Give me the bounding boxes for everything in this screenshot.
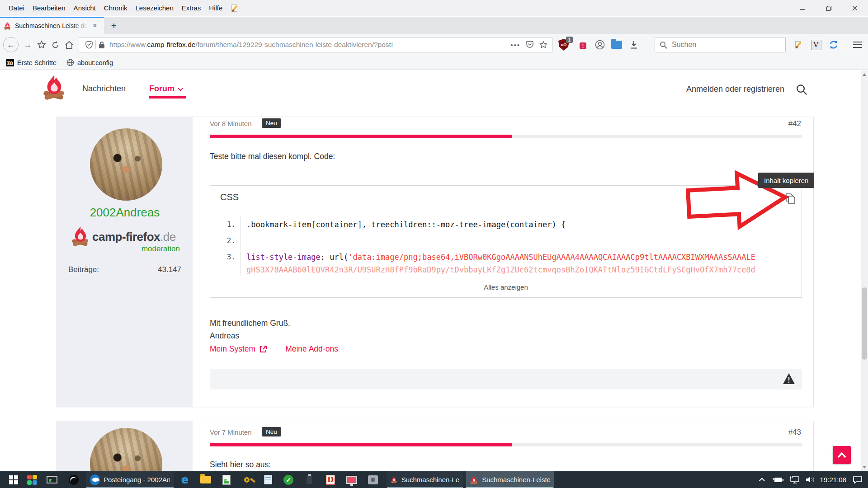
page-actions-icon[interactable]: ••• xyxy=(510,41,520,49)
sidebar-folder-button[interactable] xyxy=(609,34,624,56)
red-monitor-icon xyxy=(346,476,357,484)
menu-bearbeiten[interactable]: Bearbeiten xyxy=(28,2,70,14)
action-center-icon[interactable] xyxy=(853,476,863,484)
speaker-icon[interactable] xyxy=(806,476,816,483)
taskbar-window-firefox-1[interactable]: Suchmaschinen-Leiste... xyxy=(387,471,463,488)
post-number-link[interactable]: #43 xyxy=(788,428,801,437)
sync-extension-button[interactable] xyxy=(826,34,841,56)
bookmark-erste-schritte[interactable]: m Erste Schritte xyxy=(6,59,57,66)
taskbar-app-colorgrid[interactable] xyxy=(25,471,39,488)
chevron-down-icon xyxy=(178,86,183,91)
mein-system-link[interactable]: Mein System xyxy=(210,344,255,354)
v-extension-button[interactable]: V xyxy=(809,34,823,56)
close-button[interactable] xyxy=(842,0,868,16)
search-bar[interactable] xyxy=(655,37,786,52)
tray-expand-icon[interactable] xyxy=(759,478,765,483)
tab-title: Suchmaschinen-Leiste deak xyxy=(15,22,88,29)
bookmark-about-config[interactable]: about:config xyxy=(66,59,113,66)
post-number-link[interactable]: #42 xyxy=(788,119,801,128)
back-button[interactable]: ← xyxy=(2,34,20,56)
taskbar-window-thunderbird[interactable]: Posteingang - 2002An... xyxy=(86,471,174,488)
color-grid-icon xyxy=(27,475,37,485)
nav-forum[interactable]: Forum xyxy=(149,84,181,94)
battery-icon[interactable] xyxy=(772,477,784,483)
url-input[interactable]: https://www.camp-firefox.de/forum/thema/… xyxy=(109,38,506,52)
menu-datei[interactable]: Datei xyxy=(5,2,28,14)
scroll-down-icon[interactable] xyxy=(863,466,866,469)
taskbar-app-antivirus[interactable]: ✓ xyxy=(282,471,295,488)
taskbar-app-darkcircle[interactable] xyxy=(67,471,80,488)
show-all-button[interactable]: Alles anzeigen xyxy=(210,283,802,291)
menu-extras[interactable]: Extras xyxy=(178,2,205,14)
bookmark-star-icon xyxy=(37,40,46,49)
network-icon[interactable] xyxy=(789,476,800,484)
report-post-button[interactable] xyxy=(782,372,796,386)
menu-hilfe[interactable]: Hilfe xyxy=(205,2,226,14)
notes-pencil-icon xyxy=(795,41,803,49)
avatar[interactable] xyxy=(90,428,162,471)
firefox-old-icon xyxy=(391,475,398,484)
scrollbar-thumb[interactable] xyxy=(862,287,867,360)
post-timestamp[interactable]: Vor 7 Minuten xyxy=(210,428,252,436)
close-icon xyxy=(852,5,858,11)
taskbar-app-keepass[interactable] xyxy=(240,471,254,488)
tab-active[interactable]: Suchmaschinen-Leiste deak × xyxy=(0,17,104,34)
taskbar-app-docchart[interactable] xyxy=(220,471,233,488)
thunderbird-icon xyxy=(90,474,100,485)
campfirefox-logo[interactable] xyxy=(42,73,67,100)
meine-addons-link[interactable]: Meine Add-ons xyxy=(285,344,338,354)
url-bar[interactable]: https://www.camp-firefox.de/forum/thema/… xyxy=(79,37,552,52)
lock-icon xyxy=(99,41,105,49)
taskbar-app-explorer[interactable] xyxy=(199,471,212,488)
app-menu-button[interactable] xyxy=(851,34,864,56)
tab-close-icon[interactable]: × xyxy=(90,21,100,31)
taskbar-app-camera[interactable] xyxy=(366,471,380,488)
cookie-extension-button[interactable]: 1 xyxy=(576,34,590,56)
page-scrollbar[interactable] xyxy=(861,70,868,471)
menu-chronik[interactable]: Chronik xyxy=(100,2,132,14)
start-button[interactable] xyxy=(4,471,24,488)
restore-icon xyxy=(826,5,832,11)
scroll-up-icon[interactable] xyxy=(863,73,866,76)
scroll-to-top-button[interactable] xyxy=(833,446,851,464)
tab-strip: Suchmaschinen-Leiste deak × + xyxy=(0,17,868,34)
taskbar-app-crt[interactable] xyxy=(345,471,359,488)
bookmark-toolbar-button[interactable] xyxy=(35,34,48,56)
avatar[interactable] xyxy=(90,128,162,201)
downloads-button[interactable] xyxy=(627,34,641,56)
menu-ansicht[interactable]: Ansicht xyxy=(70,2,100,14)
new-tab-button[interactable]: + xyxy=(108,19,120,32)
minimize-icon xyxy=(800,5,805,11)
taskbar-window-firefox-2[interactable]: Suchmaschinen-Leiste... xyxy=(466,471,554,488)
account-button[interactable] xyxy=(593,34,607,56)
window-controls xyxy=(789,0,868,16)
pocket-icon[interactable] xyxy=(526,41,534,49)
external-link-icon xyxy=(259,345,267,353)
clock[interactable]: 19:21:08 xyxy=(820,476,846,483)
search-input[interactable] xyxy=(672,41,771,49)
notes-pencil-icon[interactable] xyxy=(231,4,239,12)
taskbar-app-d[interactable]: D xyxy=(324,471,337,488)
username-link[interactable]: 2002Andreas xyxy=(57,206,193,220)
restore-button[interactable] xyxy=(816,0,842,16)
notes-extension-button[interactable] xyxy=(792,34,806,56)
home-button[interactable] xyxy=(62,34,76,56)
site-search-icon[interactable] xyxy=(796,84,807,95)
post-43-user-panel xyxy=(57,421,193,471)
taskbar-app-monitor[interactable] xyxy=(45,471,59,488)
nav-nachrichten[interactable]: Nachrichten xyxy=(82,84,126,94)
taskbar-app-bottle[interactable] xyxy=(302,471,316,488)
tracking-shield-icon[interactable] xyxy=(85,41,93,49)
post-timestamp[interactable]: Vor 8 Minuten xyxy=(210,120,252,127)
reload-button[interactable] xyxy=(49,34,61,56)
bookmark-page-star-icon[interactable] xyxy=(539,41,547,49)
minimize-button[interactable] xyxy=(789,0,816,16)
taskbar-app-edge[interactable]: e xyxy=(178,471,192,488)
ublock-extension-button[interactable]: uO 1 xyxy=(557,34,571,56)
forward-button[interactable]: → xyxy=(21,34,34,56)
menu-lesezeichen[interactable]: Lesezeichen xyxy=(132,2,178,14)
taskbar-app-notepad[interactable] xyxy=(261,471,275,488)
reload-icon xyxy=(51,41,60,49)
windows-taskbar: Posteingang - 2002An... e ✓ D xyxy=(0,471,868,488)
login-link[interactable]: Anmelden oder registrieren xyxy=(686,84,784,94)
